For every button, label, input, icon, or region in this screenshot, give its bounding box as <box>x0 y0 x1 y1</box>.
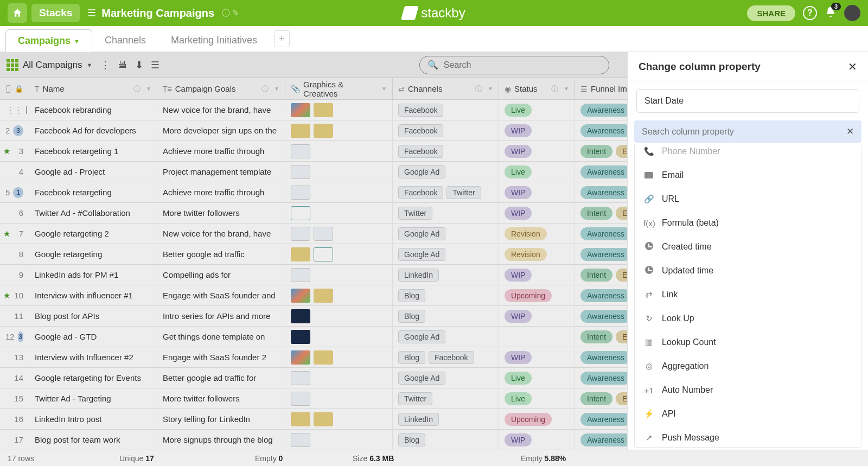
cell-graphics[interactable] <box>285 368 393 388</box>
cell-status[interactable]: Upcoming <box>499 409 575 429</box>
search-input[interactable] <box>444 60 601 70</box>
cell-channels[interactable]: Twitter <box>393 203 499 223</box>
cell-channels[interactable]: BlogFacebook <box>393 347 499 367</box>
cell-graphics[interactable] <box>285 430 393 450</box>
cell-status[interactable]: WIP <box>499 120 575 141</box>
cell-name[interactable]: Blog post for team work <box>29 430 157 450</box>
cell-channels[interactable]: Facebook <box>393 141 499 161</box>
cell-status[interactable]: Upcoming <box>499 285 575 305</box>
cell-status[interactable]: WIP <box>499 430 575 450</box>
cell-name[interactable]: Twitter Ad - #Collaboration <box>29 203 157 223</box>
cell-name[interactable]: Twitter Ad - Targeting <box>29 388 157 408</box>
header-status[interactable]: ◉Statusⓘ▼ <box>499 78 575 99</box>
cell-name[interactable]: Google ad - Project <box>29 162 157 182</box>
cell-goals[interactable]: Project management template <box>157 162 285 182</box>
cell-channels[interactable]: Facebook <box>393 120 499 141</box>
property-option[interactable]: 📞Phone Number <box>635 145 861 163</box>
cell-status[interactable] <box>499 327 575 347</box>
cell-name[interactable]: Google retargeting for Events <box>29 368 157 388</box>
cell-status[interactable]: WIP <box>499 203 575 223</box>
cell-graphics[interactable] <box>285 409 393 429</box>
property-option[interactable]: Updated time <box>635 259 861 283</box>
cell-channels[interactable]: Blog <box>393 306 499 326</box>
cell-name[interactable]: Facebook rebranding <box>29 100 157 120</box>
tab-campaigns[interactable]: Campaigns▼ <box>5 29 92 52</box>
download-icon[interactable]: ⬇ <box>135 59 143 71</box>
cell-status[interactable]: Revision <box>499 224 575 244</box>
property-option[interactable]: f(x)Formula (beta) <box>635 211 861 235</box>
cell-graphics[interactable] <box>285 265 393 285</box>
cell-name[interactable]: Facebook retargeting 1 <box>29 141 157 161</box>
property-option[interactable]: ⇄Link <box>635 283 861 307</box>
print-icon[interactable]: 🖶 <box>118 59 127 71</box>
cell-goals[interactable]: Get things done template on <box>157 327 285 347</box>
cell-status[interactable]: Live <box>499 388 575 408</box>
property-search[interactable]: ✕ <box>634 120 861 143</box>
cell-graphics[interactable] <box>285 203 393 223</box>
notifications-button[interactable]: 3 <box>825 6 837 21</box>
cell-status[interactable]: WIP <box>499 265 575 285</box>
cell-name[interactable]: Facebook Ad for developers <box>29 120 157 141</box>
help-button[interactable]: ? <box>803 6 817 20</box>
property-option[interactable]: ↗Push Message <box>635 426 861 448</box>
cell-goals[interactable]: More twitter followers <box>157 203 285 223</box>
cell-graphics[interactable] <box>285 162 393 182</box>
cell-status[interactable]: Live <box>499 368 575 388</box>
cell-graphics[interactable] <box>285 306 393 326</box>
search-box[interactable]: 🔍 <box>419 56 609 74</box>
cell-status[interactable]: WIP <box>499 347 575 367</box>
property-option[interactable]: ⚡API <box>635 402 861 426</box>
header-goals[interactable]: T≡Campaign Goalsⓘ▼ <box>157 78 285 99</box>
cell-channels[interactable]: Google Ad <box>393 327 499 347</box>
header-channels[interactable]: ⇄Channelsⓘ▼ <box>393 78 499 99</box>
avatar[interactable] <box>844 5 860 21</box>
cell-channels[interactable]: Facebook <box>393 100 499 120</box>
cell-name[interactable]: Interview with influencer #1 <box>29 285 157 305</box>
cell-name[interactable]: Google retargeting 2 <box>29 224 157 244</box>
cell-goals[interactable]: More twitter followers <box>157 388 285 408</box>
property-search-input[interactable] <box>642 127 846 137</box>
cell-goals[interactable]: Achieve more traffic through <box>157 182 285 202</box>
cell-goals[interactable]: Intro series for APIs and more <box>157 306 285 326</box>
cell-graphics[interactable] <box>285 327 393 347</box>
property-option[interactable]: ◎Aggregation <box>635 354 861 378</box>
cell-name[interactable]: LinkedIn Intro post <box>29 409 157 429</box>
tab-marketing-initiatives[interactable]: Marketing Initiatives <box>158 29 270 52</box>
cell-name[interactable]: Facebook retargeting <box>29 182 157 202</box>
close-icon[interactable]: ✕ <box>848 60 857 73</box>
cell-channels[interactable]: Google Ad <box>393 224 499 244</box>
cell-name[interactable]: Google ad - GTD <box>29 327 157 347</box>
property-option[interactable]: Created time <box>635 235 861 259</box>
cell-channels[interactable]: Blog <box>393 430 499 450</box>
share-button[interactable]: SHARE <box>747 5 795 21</box>
property-option[interactable]: 🔗URL <box>635 187 861 211</box>
stacks-button[interactable]: Stacks <box>31 4 80 22</box>
cell-status[interactable]: Live <box>499 162 575 182</box>
header-graphics[interactable]: 📎Graphics & Creatives▼ <box>285 78 393 99</box>
cell-graphics[interactable] <box>285 285 393 305</box>
cell-goals[interactable]: Engage with SaaS founder and <box>157 285 285 305</box>
info-icon[interactable]: ⓘ <box>222 8 230 18</box>
property-list[interactable]: 📞Phone NumberEmail🔗URLf(x)Formula (beta)… <box>634 145 861 448</box>
column-name-field[interactable]: Start Date <box>636 89 859 113</box>
cell-channels[interactable]: Blog <box>393 285 499 305</box>
cell-graphics[interactable] <box>285 244 393 264</box>
cell-graphics[interactable] <box>285 388 393 408</box>
cell-goals[interactable]: Compelling ads for <box>157 265 285 285</box>
clear-search-icon[interactable]: ✕ <box>846 126 854 137</box>
cell-graphics[interactable] <box>285 224 393 244</box>
cell-graphics[interactable] <box>285 100 393 120</box>
view-selector[interactable]: All Campaigns ▼ <box>7 59 93 71</box>
header-select[interactable]: 🔒 <box>0 78 29 99</box>
cell-goals[interactable]: Story telling for LinkedIn <box>157 409 285 429</box>
cell-channels[interactable]: Google Ad <box>393 368 499 388</box>
cell-name[interactable]: Google retargeting <box>29 244 157 264</box>
cell-status[interactable]: WIP <box>499 141 575 161</box>
cell-name[interactable]: Blog post for APIs <box>29 306 157 326</box>
property-option[interactable]: ▥Lookup Count <box>635 330 861 354</box>
cell-channels[interactable]: Google Ad <box>393 244 499 264</box>
cell-name[interactable]: LinkedIn ads for PM #1 <box>29 265 157 285</box>
cell-graphics[interactable] <box>285 347 393 367</box>
tab-channels[interactable]: Channels <box>92 29 158 52</box>
cell-status[interactable]: WIP <box>499 182 575 202</box>
